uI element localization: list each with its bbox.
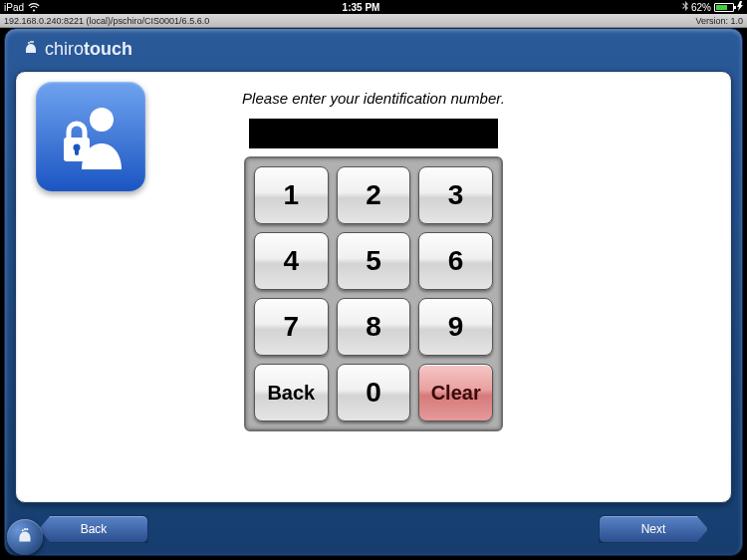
content-card: Please enter your identification number.…	[15, 71, 732, 503]
hand-logo-icon	[21, 39, 41, 59]
keypad-4[interactable]: 4	[254, 232, 329, 290]
keypad-2[interactable]: 2	[337, 166, 411, 224]
battery-percent: 62%	[691, 2, 711, 13]
keypad: 1 2 3 4 5 6 7 8 9 Back 0 Clear	[244, 156, 503, 431]
brand-part1: chiro	[45, 39, 84, 60]
keypad-8[interactable]: 8	[337, 298, 411, 356]
app-header: chirotouch	[9, 33, 738, 65]
keypad-3[interactable]: 3	[418, 166, 493, 224]
brand-part2: touch	[84, 39, 132, 60]
corner-hand-icon[interactable]	[7, 519, 43, 555]
lock-user-icon	[36, 82, 145, 191]
app-frame: chirotouch Please enter your identificat…	[4, 28, 743, 556]
status-time: 1:35 PM	[343, 2, 380, 13]
svg-point-0	[90, 108, 114, 132]
charging-icon	[737, 1, 743, 13]
keypad-5[interactable]: 5	[337, 232, 411, 290]
wifi-icon	[28, 3, 40, 12]
app-version: Version: 1.0	[695, 16, 743, 26]
device-label: iPad	[4, 2, 24, 13]
battery-icon	[714, 3, 734, 12]
keypad-6[interactable]: 6	[418, 232, 493, 290]
pin-display	[249, 119, 498, 148]
keypad-7[interactable]: 7	[254, 298, 329, 356]
nav-next-label: Next	[641, 522, 666, 536]
nav-next-button[interactable]: Next	[599, 515, 708, 543]
keypad-back[interactable]: Back	[254, 364, 329, 421]
keypad-1[interactable]: 1	[254, 166, 329, 224]
keypad-0[interactable]: 0	[337, 364, 411, 421]
bluetooth-icon	[682, 1, 688, 13]
status-bar: iPad 1:35 PM 62%	[0, 0, 747, 14]
brand-logo-text: chirotouch	[45, 39, 132, 60]
sub-bar: 192.168.0.240:8221 (local)/pschiro/CIS00…	[0, 14, 747, 28]
keypad-clear[interactable]: Clear	[418, 364, 493, 421]
nav-back-label: Back	[81, 522, 108, 536]
nav-back-button[interactable]: Back	[39, 515, 148, 543]
connection-path: 192.168.0.240:8221 (local)/pschiro/CIS00…	[4, 16, 209, 26]
svg-rect-3	[75, 147, 79, 155]
keypad-9[interactable]: 9	[418, 298, 493, 356]
